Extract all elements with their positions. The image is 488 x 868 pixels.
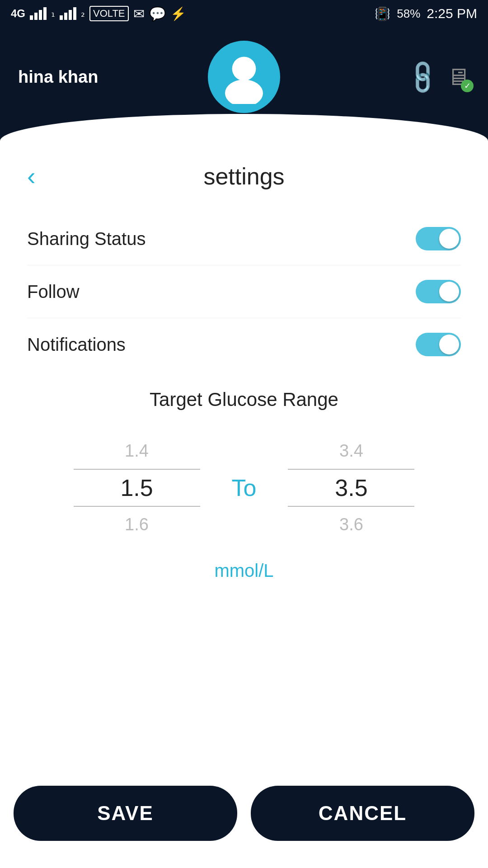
to-picker[interactable]: 3.4 3.5 3.6 (288, 433, 414, 542)
vibrate-icon: 📳 (375, 6, 390, 21)
status-left: 4G ₁ ₂ VOLTE ✉ 💬 ⚡ (11, 6, 186, 22)
save-button[interactable]: SAVE (14, 786, 237, 841)
from-value-selected: 1.5 (74, 469, 200, 507)
sharing-status-label: Sharing Status (27, 229, 145, 249)
to-value-above: 3.4 (288, 433, 414, 469)
sharing-status-row: Sharing Status (27, 212, 461, 265)
avatar (208, 41, 280, 113)
main-content: Sharing Status Follow Notifications Targ… (0, 194, 488, 617)
status-right: 📳 58% 2:25 PM (375, 6, 477, 21)
notifications-toggle[interactable] (416, 333, 461, 356)
from-picker[interactable]: 1.4 1.5 1.6 (74, 433, 200, 542)
page-title: settings (203, 163, 284, 190)
mail-icon: ✉ (133, 6, 145, 22)
header-action-icons: 🔗 🖥 ✓ (408, 63, 470, 91)
user-name-label: hina khan (18, 67, 98, 87)
sharing-status-toggle[interactable] (416, 227, 461, 250)
avatar-image (217, 50, 271, 104)
svg-point-1 (225, 80, 263, 104)
status-bar: 4G ₁ ₂ VOLTE ✉ 💬 ⚡ 📳 58% 2:25 PM (0, 0, 488, 27)
device-icon-wrapper: 🖥 ✓ (446, 63, 470, 90)
glucose-section: Target Glucose Range 1.4 1.5 1.6 To 3.4 … (27, 371, 461, 599)
to-value-below: 3.6 (288, 507, 414, 542)
nav-row: ‹ settings (0, 149, 488, 194)
notifications-label: Notifications (27, 335, 126, 355)
to-label: To (218, 452, 270, 524)
carrier-label: ₁ (51, 8, 55, 19)
svg-point-0 (232, 57, 256, 81)
from-value-above: 1.4 (74, 433, 200, 469)
cancel-button[interactable]: CANCEL (251, 786, 474, 841)
carrier2-label: ₂ (81, 8, 85, 19)
device-check-icon: ✓ (461, 80, 474, 92)
glucose-picker: 1.4 1.5 1.6 To 3.4 3.5 3.6 (27, 424, 461, 552)
signal-icon-2 (60, 7, 76, 20)
whatsapp-icon: 💬 (149, 6, 166, 22)
follow-label: Follow (27, 282, 80, 302)
time-display: 2:25 PM (427, 6, 477, 21)
glucose-section-title: Target Glucose Range (27, 371, 461, 424)
usb-icon: ⚡ (170, 6, 186, 21)
from-value-below: 1.6 (74, 507, 200, 542)
link-icon[interactable]: 🔗 (403, 57, 443, 97)
signal-icon-1 (30, 7, 47, 20)
header-content: hina khan 🔗 🖥 ✓ (0, 27, 488, 122)
follow-toggle[interactable] (416, 280, 461, 303)
network-type: 4G (11, 7, 25, 20)
volte-badge: VOLTE (89, 6, 129, 21)
to-value-selected: 3.5 (288, 469, 414, 507)
follow-row: Follow (27, 265, 461, 318)
back-button[interactable]: ‹ (27, 164, 36, 189)
battery-icon: 58% (397, 7, 420, 21)
unit-label: mmol/L (27, 552, 461, 599)
header-area: hina khan 🔗 🖥 ✓ (0, 27, 488, 149)
notifications-row: Notifications (27, 318, 461, 371)
button-row: SAVE CANCEL (0, 777, 488, 850)
